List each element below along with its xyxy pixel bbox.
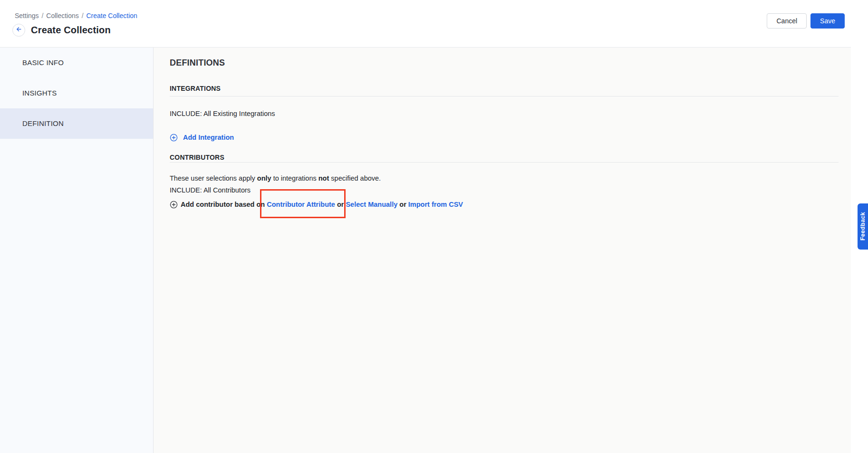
add-contributor-prefix: Add contributor based on (181, 201, 265, 208)
definitions-heading: DEFINITIONS (170, 58, 839, 68)
breadcrumb-collections[interactable]: Collections (46, 12, 78, 19)
workspace: BASIC INFO INSIGHTS DEFINITION DEFINITIO… (0, 47, 868, 453)
breadcrumb: Settings / Collections / Create Collecti… (15, 12, 137, 19)
select-manually-link[interactable]: Select Manually (346, 201, 397, 208)
feedback-tab-label: Feedback (859, 212, 866, 241)
add-contributor-row: Add contributor based on Contributor Att… (170, 200, 839, 209)
back-button[interactable] (12, 24, 25, 37)
or-label: or (399, 201, 406, 208)
breadcrumb-separator: / (82, 12, 84, 19)
arrow-left-icon (15, 26, 22, 35)
sidebar-nav: BASIC INFO INSIGHTS DEFINITION (0, 48, 154, 453)
integrations-section-label: INTEGRATIONS (170, 85, 839, 93)
breadcrumb-separator: / (41, 12, 43, 19)
note-text: specified above. (331, 174, 381, 182)
integrations-divider (170, 96, 839, 96)
note-emphasis-only: only (257, 174, 271, 182)
contributors-section-label: CONTRIBUTORS (170, 154, 839, 162)
add-integration-row: Add Integration (170, 133, 839, 142)
sidebar-item-definition[interactable]: DEFINITION (0, 108, 153, 139)
integrations-include-line: INCLUDE: All Existing Integrations (170, 109, 839, 118)
plus-circle-icon (170, 201, 178, 209)
or-label: or (337, 201, 344, 208)
sidebar-item-insights[interactable]: INSIGHTS (0, 78, 153, 108)
note-text: These user selections apply (170, 174, 255, 182)
import-from-csv-link[interactable]: Import from CSV (408, 201, 463, 208)
page-header: Settings / Collections / Create Collecti… (0, 0, 868, 47)
note-emphasis-not: not (318, 174, 329, 182)
breadcrumb-settings[interactable]: Settings (15, 12, 39, 19)
contributors-note: These user selections apply only to inte… (170, 173, 839, 183)
sidebar-item-basic-info[interactable]: BASIC INFO (0, 48, 153, 78)
contributors-include-line: INCLUDE: All Contributors (170, 185, 839, 195)
contributors-divider (170, 162, 839, 163)
definition-panel: DEFINITIONS INTEGRATIONS INCLUDE: All Ex… (154, 48, 851, 453)
save-button[interactable]: Save (810, 13, 845, 29)
page-title: Create Collection (31, 25, 111, 36)
breadcrumb-create-collection[interactable]: Create Collection (86, 12, 137, 19)
settings-card: BASIC INFO INSIGHTS DEFINITION DEFINITIO… (0, 47, 851, 453)
add-integration-link[interactable]: Add Integration (183, 134, 234, 141)
feedback-tab[interactable]: Feedback (858, 203, 868, 250)
cancel-button[interactable]: Cancel (767, 13, 807, 29)
contributor-attribute-link[interactable]: Contributor Attribute (267, 201, 335, 208)
note-text: to integrations (273, 174, 317, 182)
plus-circle-icon (170, 134, 178, 142)
